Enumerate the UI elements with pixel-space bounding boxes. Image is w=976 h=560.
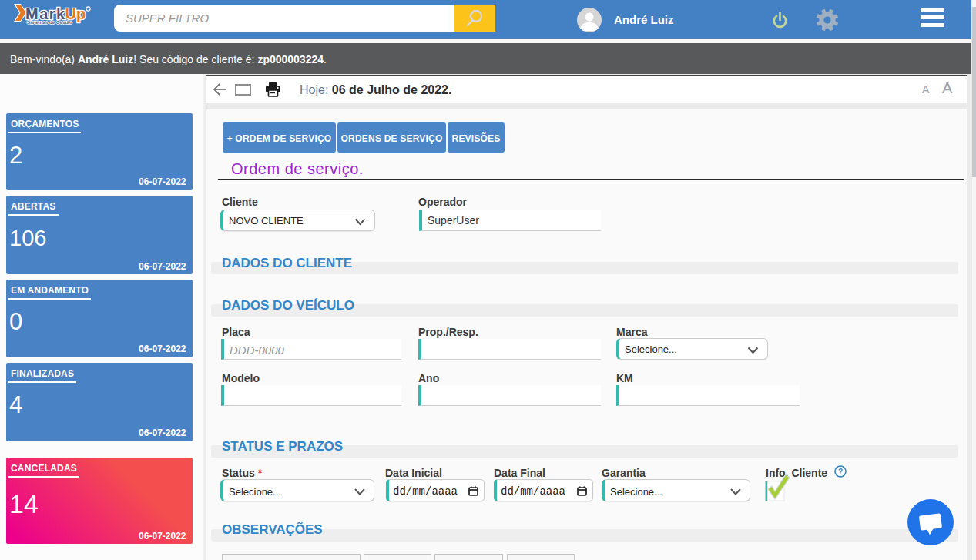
svg-text:?: ? [838, 468, 843, 476]
svg-text:Sistemas de Gestão: Sistemas de Gestão [27, 19, 72, 25]
